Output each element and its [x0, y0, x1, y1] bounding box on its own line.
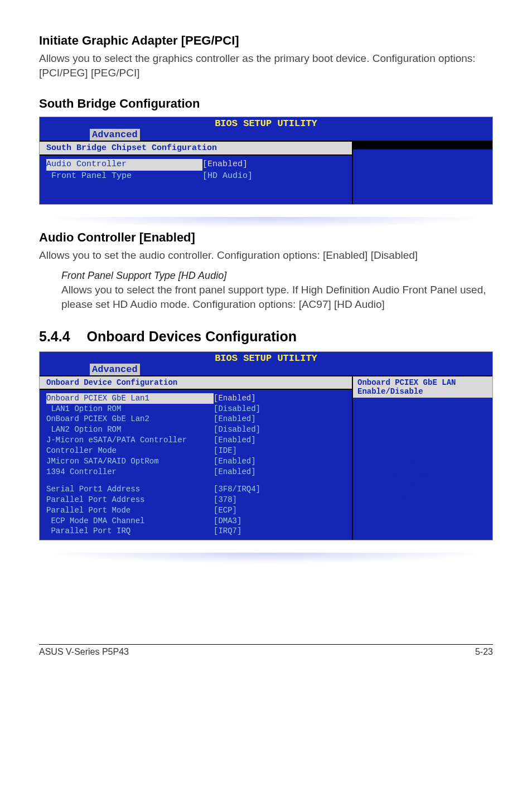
bios-setting-value: [Enabled]: [214, 456, 345, 467]
bios-setting-value: [Enabled]: [214, 435, 345, 446]
bios-subheader: Onboard Device Configuration: [40, 375, 352, 390]
bios-setting-row: JMicron SATA/RAID OptRom[Enabled]: [46, 456, 345, 467]
bios-subheader: South Bridge Chipset Configuration: [40, 141, 352, 156]
bios-help-row: ↑↓Select Item: [359, 470, 487, 481]
bios-help-text: Select Item: [378, 470, 429, 481]
fade-divider: [39, 553, 493, 566]
page-footer: ASUS V-Series P5P43 5-23: [39, 644, 493, 657]
bios-right-panel: [352, 141, 492, 204]
bios-setting-value: [3F8/IRQ4]: [214, 484, 345, 495]
bios-setting-label: LAN2 Option ROM: [46, 424, 214, 435]
para-audio-controller: Allows you to set the audio controller. …: [39, 248, 493, 263]
bios-setting-row: ECP Mode DMA Channel[DMA3]: [46, 516, 345, 526]
bios-setting-label: ECP Mode DMA Channel: [46, 516, 214, 526]
bios-setting-label: LAN1 Option ROM: [46, 404, 214, 414]
bios-left-panel: Onboard Device Configuration Onboard PCI…: [40, 375, 352, 540]
fade-divider: [39, 217, 493, 230]
bios-setting-row: 1394 Controller[Enabled]: [46, 467, 345, 477]
bios-setting-label: Audio Controller: [46, 159, 202, 170]
bios-setting-value: [Enabled]: [202, 159, 345, 170]
bios-setting-row: Parallel Port Address[378]: [46, 495, 345, 505]
bios-tab-advanced: Advanced: [90, 364, 140, 375]
bios-setting-label: Parallel Port IRQ: [46, 526, 214, 537]
section-heading-onboard: 5.4.4Onboard Devices Configuration: [39, 328, 493, 345]
bios-help-top: Onboard PCIEX GbE LAN Enable/Disable: [357, 378, 456, 396]
bios-setting-row: Controller Mode[IDE]: [46, 446, 345, 456]
bios-setting-value: [HD Audio]: [202, 171, 345, 182]
bios-setting-value: [378]: [214, 495, 345, 505]
bios-help-text: Change Option: [378, 481, 438, 492]
bios-setting-row: OnBoard PCIEX GbE Lan2[Enabled]: [46, 414, 345, 424]
footer-page-number: 5-23: [475, 647, 493, 657]
heading-initiate-graphic: Initiate Graphic Adapter [PEG/PCI]: [39, 33, 493, 48]
bios-help-key: +-: [359, 481, 378, 492]
bios-setting-value: [Disabled]: [214, 424, 345, 435]
bios-setting-label: Parallel Port Mode: [46, 505, 214, 516]
bios-setting-value: [IDE]: [214, 446, 345, 456]
bios-setting-label: J-Micron eSATA/PATA Controller: [46, 435, 214, 446]
bios-setting-row: LAN2 Option ROM[Disabled]: [46, 424, 345, 435]
bios-setting-label: Onboard PCIEX GbE Lan1: [46, 393, 214, 404]
bios-help-key: ↔: [359, 459, 378, 470]
bios-right-panel: Onboard PCIEX GbE LAN Enable/Disable ↔Se…: [352, 375, 492, 540]
bios-setting-label: JMicron SATA/RAID OptRom: [46, 456, 214, 467]
bios-help-text: Select Screen: [378, 459, 438, 470]
bios-setting-row: LAN1 Option ROM[Disabled]: [46, 404, 345, 414]
para-initiate-graphic: Allows you to select the graphics contro…: [39, 51, 493, 80]
bios-help-key: ↑↓: [359, 470, 378, 481]
bios-setting-label: Serial Port1 Address: [46, 484, 214, 495]
bios-setting-label: 1394 Controller: [46, 467, 214, 477]
bios-setting-label: OnBoard PCIEX GbE Lan2: [46, 414, 214, 424]
bios-help-row: ↔Select Screen: [359, 459, 487, 470]
bios-setting-value: [Enabled]: [214, 414, 345, 424]
bios-screenshot-2: BIOS SETUP UTILITY Advanced Onboard Devi…: [39, 351, 493, 541]
bios-setting-label: Controller Mode: [46, 446, 214, 456]
bios-setting-row: Serial Port1 Address[3F8/IRQ4]: [46, 484, 345, 495]
bios-left-panel: South Bridge Chipset Configuration Audio…: [40, 141, 352, 204]
bios-screenshot-1: BIOS SETUP UTILITY Advanced South Bridge…: [39, 117, 493, 205]
heading-audio-controller: Audio Controller [Enabled]: [39, 230, 493, 245]
bios-setting-value: [IRQ7]: [214, 526, 345, 537]
bios-setting-label: Parallel Port Address: [46, 495, 214, 505]
bios-setting-value: [DMA3]: [214, 516, 345, 526]
para-front-panel: Allows you to select the front panel sup…: [61, 283, 487, 311]
bios-setting-row: Front Panel Type[HD Audio]: [46, 171, 345, 182]
bios-setting-row: Parallel Port Mode[ECP]: [46, 505, 345, 516]
bios-help-key: F1: [359, 491, 378, 503]
bios-title: BIOS SETUP UTILITY: [40, 352, 492, 364]
bios-setting-row: Audio Controller[Enabled]: [46, 159, 345, 170]
heading-south-bridge: South Bridge Configuration: [39, 96, 493, 111]
bios-setting-value: [Disabled]: [214, 404, 345, 414]
bios-header: BIOS SETUP UTILITY Advanced: [40, 117, 492, 141]
footer-product: ASUS V-Series P5P43: [39, 647, 129, 657]
bios-setting-value: [ECP]: [214, 505, 345, 516]
section-number: 5.4.4: [39, 328, 70, 345]
bios-title: BIOS SETUP UTILITY: [40, 117, 492, 129]
bios-tab-advanced: Advanced: [90, 129, 140, 141]
bios-help-row: F1General Help: [359, 491, 487, 503]
bios-setting-row: Onboard PCIEX GbE Lan1[Enabled]: [46, 393, 345, 404]
bios-help-text: General Help: [378, 491, 434, 503]
bios-setting-row: J-Micron eSATA/PATA Controller[Enabled]: [46, 435, 345, 446]
section-title: Onboard Devices Configuration: [87, 328, 297, 344]
bios-help-row: +-Change Option: [359, 481, 487, 492]
bios-header: BIOS SETUP UTILITY Advanced: [40, 352, 492, 375]
bios-setting-value: [Enabled]: [214, 467, 345, 477]
bios-setting-row: Parallel Port IRQ[IRQ7]: [46, 526, 345, 537]
subhead-front-panel: Front Panel Support Type [HD Audio]: [61, 270, 487, 282]
bios-setting-value: [Enabled]: [214, 393, 345, 404]
bios-setting-label: Front Panel Type: [46, 171, 202, 182]
